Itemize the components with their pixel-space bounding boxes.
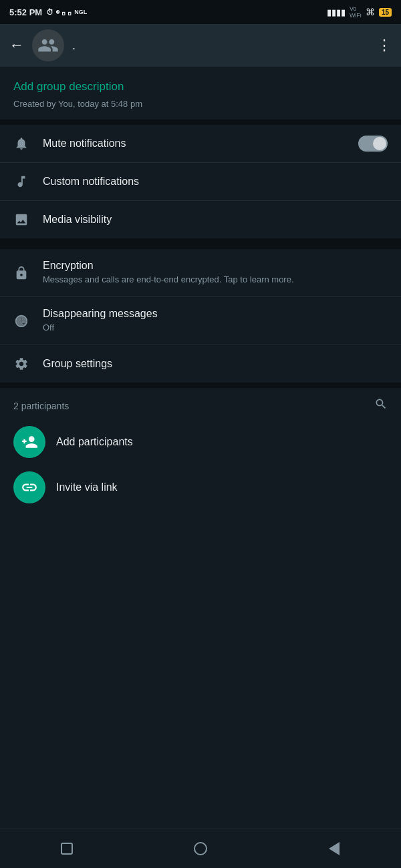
media-visibility-item[interactable]: Media visibility	[0, 201, 401, 238]
group-name: .	[72, 39, 76, 53]
status-bar: 5:52 PM ⏱ ◉ ◻ ◻ NGL ▮▮▮▮ VoWiFi ⌘ 15	[0, 0, 401, 24]
timer-icon	[13, 313, 29, 329]
add-participants-item[interactable]: Add participants	[13, 419, 388, 465]
invite-via-link-avatar	[13, 471, 45, 503]
encryption-item[interactable]: Encryption Messages and calls are end-to…	[0, 249, 401, 297]
custom-notifications-item[interactable]: Custom notifications	[0, 163, 401, 201]
add-participants-avatar	[13, 426, 45, 458]
mute-notifications-toggle[interactable]	[358, 136, 388, 152]
participants-section: 2 participants Add participants Invite v…	[0, 388, 401, 513]
group-settings-title: Group settings	[43, 358, 388, 370]
header: ← . ⋮	[0, 24, 401, 67]
time-display: 5:52 PM	[9, 7, 42, 17]
image-icon	[13, 212, 29, 228]
add-description-button[interactable]: Add group description	[13, 80, 388, 93]
media-visibility-title: Media visibility	[43, 214, 388, 226]
encryption-subtitle: Messages and calls are end-to-end encryp…	[43, 274, 388, 286]
participants-count: 2 participants	[13, 401, 69, 411]
wifi-icon: ⌘	[366, 7, 375, 17]
group-settings-item[interactable]: Group settings	[0, 345, 401, 383]
battery-indicator: 15	[379, 8, 392, 17]
back-nav-button[interactable]	[324, 839, 344, 859]
mute-notifications-item[interactable]: Mute notifications	[0, 125, 401, 163]
disappearing-messages-item[interactable]: Disappearing messages Off	[0, 297, 401, 345]
bottom-navigation	[0, 829, 401, 868]
invite-via-link-item[interactable]: Invite via link	[13, 465, 388, 510]
custom-notifications-title: Custom notifications	[43, 176, 388, 188]
music-note-icon	[13, 174, 29, 190]
disappearing-messages-text: Disappearing messages Off	[43, 308, 388, 334]
more-options-button[interactable]: ⋮	[377, 37, 392, 54]
disappearing-messages-subtitle: Off	[43, 322, 388, 334]
circle-icon	[194, 842, 207, 855]
status-icons: ⏱ ◉ ◻ ◻ NGL	[46, 8, 87, 16]
disappearing-messages-title: Disappearing messages	[43, 308, 388, 320]
mute-notifications-text: Mute notifications	[43, 138, 345, 150]
triangle-icon	[329, 842, 340, 855]
group-settings-text: Group settings	[43, 358, 388, 370]
invite-via-link-label: Invite via link	[56, 481, 118, 493]
status-right-icons: ▮▮▮▮ VoWiFi ⌘ 15	[327, 5, 392, 19]
home-button[interactable]	[190, 839, 211, 859]
custom-notifications-text: Custom notifications	[43, 176, 388, 188]
group-avatar[interactable]	[32, 29, 64, 61]
mute-notifications-title: Mute notifications	[43, 138, 345, 150]
bell-icon	[13, 136, 29, 152]
back-button[interactable]: ←	[9, 37, 24, 54]
group-avatar-icon	[37, 35, 59, 56]
encryption-text: Encryption Messages and calls are end-to…	[43, 260, 388, 286]
signal-icon: ▮▮▮▮	[327, 7, 346, 17]
encryption-title: Encryption	[43, 260, 388, 272]
toggle-knob	[373, 137, 386, 150]
gear-icon	[13, 356, 29, 372]
add-participants-label: Add participants	[56, 436, 133, 448]
recent-apps-button[interactable]	[57, 839, 77, 859]
created-by-label: Created by You, today at 5:48 pm	[13, 99, 388, 109]
square-icon	[61, 843, 73, 855]
participants-header: 2 participants	[13, 397, 388, 414]
vo-wifi-label: VoWiFi	[350, 5, 362, 19]
settings-section-2: Encryption Messages and calls are end-to…	[0, 244, 401, 388]
search-participants-button[interactable]	[374, 397, 388, 414]
lock-icon	[13, 265, 29, 281]
group-info-section: Add group description Created by You, to…	[0, 67, 401, 125]
settings-section: Mute notifications Custom notifications …	[0, 125, 401, 244]
media-visibility-text: Media visibility	[43, 214, 388, 226]
